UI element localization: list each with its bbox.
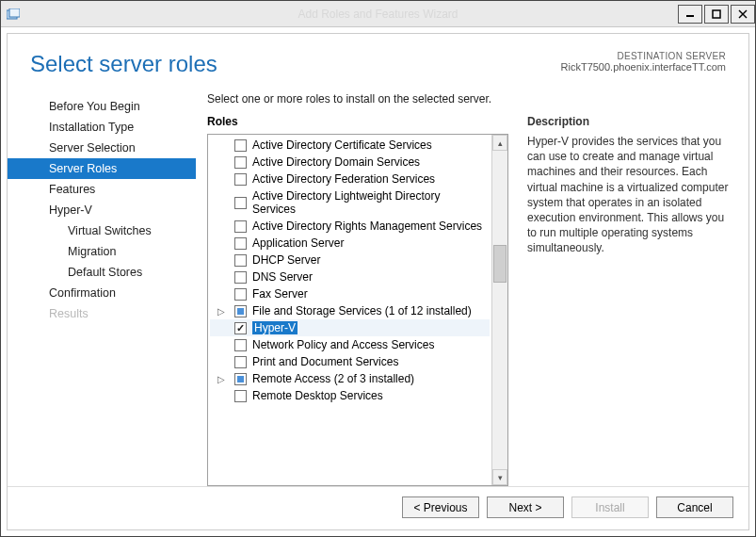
role-label: Remote Access (2 of 3 installed) xyxy=(252,372,414,385)
nav-item-hyper-v[interactable]: Hyper-V xyxy=(8,200,196,220)
window-title: Add Roles and Features Wizard xyxy=(1,8,755,21)
role-checkbox[interactable] xyxy=(234,139,247,152)
expand-icon[interactable]: ▷ xyxy=(217,306,227,317)
wizard-nav: Before You BeginInstallation TypeServer … xyxy=(8,85,196,486)
roles-list[interactable]: Active Directory Certificate ServicesAct… xyxy=(208,135,491,485)
role-checkbox[interactable] xyxy=(234,373,247,385)
role-checkbox[interactable] xyxy=(234,390,247,402)
role-row[interactable]: ▷Remote Access (2 of 3 installed) xyxy=(210,370,490,387)
nav-item-virtual-switches[interactable]: Virtual Switches xyxy=(8,220,196,241)
role-row[interactable]: DNS Server xyxy=(210,268,490,285)
nav-item-default-stores[interactable]: Default Stores xyxy=(8,262,196,283)
role-label: Remote Desktop Services xyxy=(252,389,383,402)
svg-rect-1 xyxy=(9,8,20,17)
nav-item-server-roles[interactable]: Server Roles xyxy=(8,158,196,179)
role-row[interactable]: Fax Server xyxy=(210,285,490,302)
role-row[interactable]: Active Directory Lightweight Directory S… xyxy=(210,187,490,218)
wizard-window: Add Roles and Features Wizard Select ser… xyxy=(0,0,756,537)
role-checkbox[interactable] xyxy=(234,220,247,233)
role-label: DNS Server xyxy=(252,270,313,284)
roles-listbox: Active Directory Certificate ServicesAct… xyxy=(207,134,508,486)
role-checkbox[interactable] xyxy=(234,271,247,284)
role-row[interactable]: Print and Document Services xyxy=(210,353,490,370)
wizard-footer: < Previous Next > Install Cancel xyxy=(8,486,748,529)
page-title: Select server roles xyxy=(30,51,217,77)
role-label: Fax Server xyxy=(252,287,308,301)
role-checkbox[interactable] xyxy=(234,237,247,250)
nav-item-before-you-begin[interactable]: Before You Begin xyxy=(8,96,196,117)
instruction-text: Select one or more roles to install on t… xyxy=(207,92,730,106)
destination-value: RickT7500.phoenix.interfaceTT.com xyxy=(561,61,726,73)
role-row[interactable]: Active Directory Federation Services xyxy=(210,171,490,187)
role-label: File and Storage Services (1 of 12 insta… xyxy=(252,304,472,317)
role-checkbox[interactable] xyxy=(234,288,247,301)
nav-item-server-selection[interactable]: Server Selection xyxy=(8,138,196,158)
role-checkbox[interactable] xyxy=(234,322,247,334)
window-controls xyxy=(676,5,755,24)
install-button[interactable]: Install xyxy=(571,496,649,518)
scroll-thumb[interactable] xyxy=(493,245,507,283)
description-heading: Description xyxy=(527,115,730,128)
nav-item-features[interactable]: Features xyxy=(8,179,196,200)
role-label: DHCP Server xyxy=(252,253,320,267)
app-icon xyxy=(7,8,20,20)
role-label: Application Server xyxy=(252,236,344,250)
minimize-button[interactable] xyxy=(678,5,702,24)
role-checkbox[interactable] xyxy=(234,305,247,317)
role-row[interactable]: DHCP Server xyxy=(210,252,490,268)
scroll-up-button[interactable]: ▴ xyxy=(492,135,507,151)
previous-button[interactable]: < Previous xyxy=(402,496,479,518)
description-body: Hyper-V provides the services that you c… xyxy=(527,134,730,256)
role-checkbox[interactable] xyxy=(234,173,247,186)
vertical-scrollbar[interactable]: ▴ ▾ xyxy=(491,135,507,485)
close-button[interactable] xyxy=(731,5,755,24)
nav-item-migration[interactable]: Migration xyxy=(8,241,196,262)
role-row[interactable]: Active Directory Domain Services xyxy=(210,154,490,171)
role-checkbox[interactable] xyxy=(234,356,247,368)
role-label: Network Policy and Access Services xyxy=(252,338,434,351)
role-label: Hyper-V xyxy=(252,321,298,334)
destination-label: DESTINATION SERVER xyxy=(561,51,726,61)
next-button[interactable]: Next > xyxy=(487,496,564,518)
nav-item-results: Results xyxy=(8,303,196,324)
nav-item-confirmation[interactable]: Confirmation xyxy=(8,283,196,303)
role-row[interactable]: ▷File and Storage Services (1 of 12 inst… xyxy=(210,302,490,319)
role-checkbox[interactable] xyxy=(234,197,247,209)
cancel-button[interactable]: Cancel xyxy=(656,496,733,518)
expand-icon[interactable]: ▷ xyxy=(217,374,227,384)
role-label: Active Directory Domain Services xyxy=(252,155,420,169)
scroll-track[interactable] xyxy=(492,151,507,469)
role-label: Active Directory Lightweight Directory S… xyxy=(252,189,484,216)
svg-rect-3 xyxy=(713,10,720,18)
role-label: Active Directory Rights Management Servi… xyxy=(252,220,482,233)
role-label: Print and Document Services xyxy=(252,355,398,368)
titlebar: Add Roles and Features Wizard xyxy=(1,1,755,27)
role-label: Active Directory Federation Services xyxy=(252,172,435,186)
role-row[interactable]: Remote Desktop Services xyxy=(210,387,490,404)
role-row[interactable]: Active Directory Certificate Services xyxy=(210,137,490,154)
role-label: Active Directory Certificate Services xyxy=(252,138,432,152)
role-row[interactable]: Network Policy and Access Services xyxy=(210,336,490,353)
role-row[interactable]: Active Directory Rights Management Servi… xyxy=(210,218,490,235)
role-row[interactable]: Hyper-V xyxy=(210,319,490,336)
role-row[interactable]: Application Server xyxy=(210,235,490,252)
role-checkbox[interactable] xyxy=(234,156,247,169)
nav-item-installation-type[interactable]: Installation Type xyxy=(8,117,196,138)
destination-server: DESTINATION SERVER RickT7500.phoenix.int… xyxy=(561,51,726,73)
role-checkbox[interactable] xyxy=(234,339,247,351)
scroll-down-button[interactable]: ▾ xyxy=(492,469,507,485)
maximize-button[interactable] xyxy=(704,5,729,24)
roles-heading: Roles xyxy=(207,115,508,128)
role-checkbox[interactable] xyxy=(234,254,247,267)
wizard-header: Select server roles DESTINATION SERVER R… xyxy=(8,34,748,85)
